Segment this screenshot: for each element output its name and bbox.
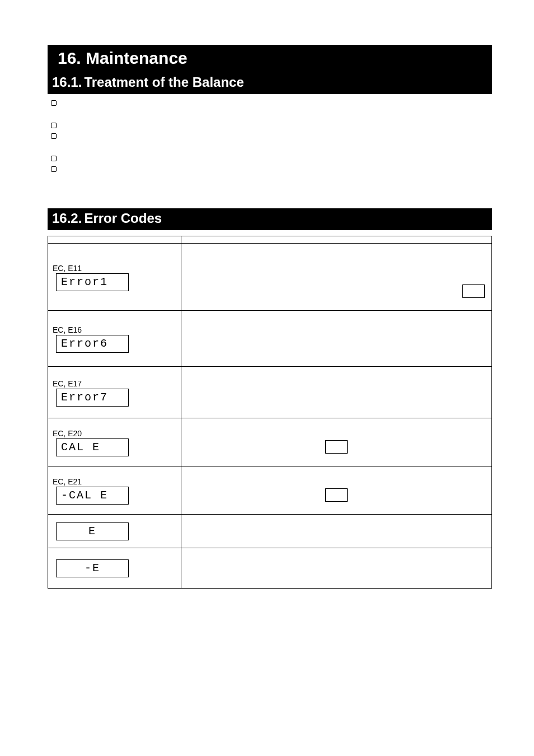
list-item xyxy=(51,99,492,118)
list-item xyxy=(51,121,492,128)
error-code-text: EC, E21 xyxy=(53,477,82,486)
table-row: EC, E21 -CAL E xyxy=(48,466,492,515)
bullet-text xyxy=(62,99,492,118)
bullet-icon xyxy=(51,100,57,106)
error-code-text: EC, E11 xyxy=(53,264,82,273)
lcd-display: Error7 xyxy=(56,389,129,407)
col-description xyxy=(181,236,491,244)
lcd-display: CAL E xyxy=(56,438,129,456)
description-cell xyxy=(181,367,491,418)
section-16-2-heading: 16.2.Error Codes xyxy=(48,208,492,230)
section-number: 16.1. xyxy=(52,74,82,90)
display-cell: EC, E11 Error1 xyxy=(48,244,181,311)
display-cell: EC, E20 CAL E xyxy=(48,418,181,466)
lcd-display: Error6 xyxy=(56,335,129,353)
section-16-1-heading: 16.1.Treatment of the Balance xyxy=(48,72,492,94)
list-item xyxy=(51,165,492,184)
lcd-display: -E xyxy=(56,559,129,577)
bullet-icon xyxy=(51,166,57,172)
section-title: Treatment of the Balance xyxy=(84,74,243,90)
key-box xyxy=(462,284,485,298)
display-cell: -E xyxy=(48,548,181,589)
table-row: EC, E16 Error6 xyxy=(48,311,492,367)
description-cell xyxy=(181,244,491,311)
bullet-icon xyxy=(51,156,57,161)
section-title: Error Codes xyxy=(84,211,162,226)
lcd-display: -CAL E xyxy=(56,487,129,505)
table-row: EC, E20 CAL E xyxy=(48,418,492,466)
table-row: EC, E17 Error7 xyxy=(48,367,492,418)
table-row: -E xyxy=(48,548,492,589)
display-cell: EC, E17 Error7 xyxy=(48,367,181,418)
table-row: E xyxy=(48,515,492,548)
error-code-text: EC, E16 xyxy=(53,325,82,334)
list-item xyxy=(51,132,492,151)
lcd-display: E xyxy=(56,522,129,540)
display-cell: E xyxy=(48,515,181,548)
key-box xyxy=(325,488,348,502)
bullet-icon xyxy=(51,133,57,139)
col-display xyxy=(48,236,181,244)
treatment-bullet-list xyxy=(48,99,492,184)
error-code-text: EC, E17 xyxy=(53,379,82,388)
key-box xyxy=(325,440,348,454)
chapter-heading: 16. Maintenance xyxy=(48,45,492,72)
description-cell xyxy=(181,515,491,548)
bullet-icon xyxy=(51,123,57,128)
description-cell xyxy=(181,548,491,589)
bullet-text xyxy=(62,165,492,184)
error-codes-table: EC, E11 Error1 EC, E16 Error6 EC, E17 Er… xyxy=(48,236,492,589)
list-item xyxy=(51,154,492,161)
display-cell: EC, E16 Error6 xyxy=(48,311,181,367)
display-cell: EC, E21 -CAL E xyxy=(48,466,181,515)
error-code-text: EC, E20 xyxy=(53,429,82,438)
lcd-display: Error1 xyxy=(56,273,129,291)
description-cell xyxy=(181,311,491,367)
bullet-text xyxy=(62,132,492,151)
section-number: 16.2. xyxy=(52,211,82,226)
description-cell xyxy=(181,466,491,515)
description-cell xyxy=(181,418,491,466)
table-row: EC, E11 Error1 xyxy=(48,244,492,311)
